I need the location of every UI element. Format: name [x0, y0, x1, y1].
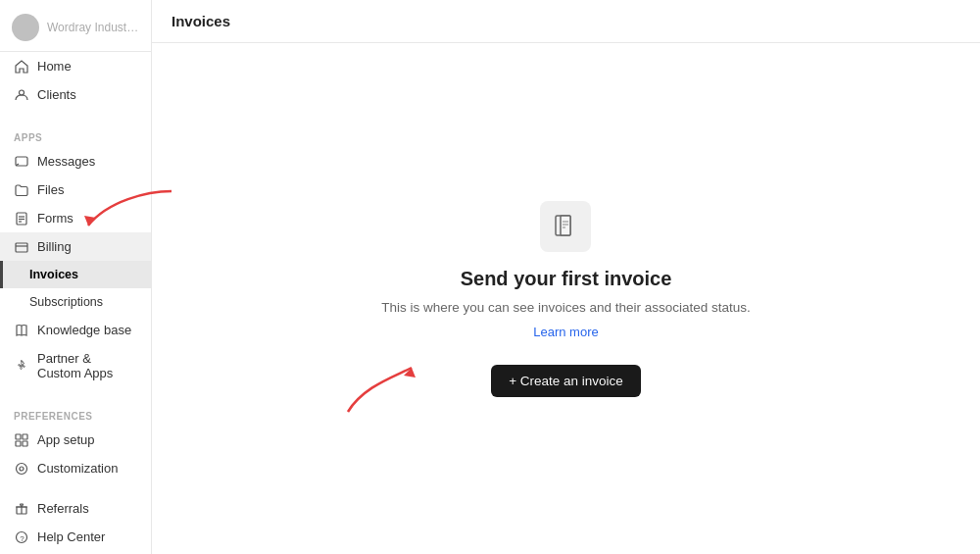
sidebar-item-files[interactable]: Files	[0, 176, 151, 204]
svg-point-14	[20, 467, 24, 471]
page-title: Invoices	[172, 13, 230, 29]
sidebar-item-knowledge-base[interactable]: Knowledge base	[0, 316, 151, 344]
empty-state-desc: This is where you can see invoices and t…	[381, 300, 751, 315]
help-icon: ?	[14, 529, 28, 544]
sidebar-item-app-setup-label: App setup	[37, 432, 95, 447]
form-icon	[14, 211, 28, 226]
billing-icon	[14, 239, 28, 254]
company-name: Wordray Industries	[47, 21, 139, 34]
invoice-icon	[540, 201, 591, 252]
home-icon	[14, 59, 28, 74]
svg-rect-21	[561, 216, 570, 235]
preferences-section-label: Preferences	[0, 399, 151, 426]
sidebar-item-referrals[interactable]: Referrals	[0, 494, 151, 523]
person-icon	[14, 87, 28, 102]
sidebar-header: Wordray Industries	[0, 0, 151, 52]
puzzle-icon	[14, 359, 28, 374]
sidebar-item-forms[interactable]: Forms	[0, 204, 151, 232]
sidebar-item-billing[interactable]: Billing	[0, 232, 151, 261]
svg-point-13	[16, 463, 26, 474]
sidebar-item-home-label: Home	[37, 59, 72, 74]
sidebar-item-partner-apps[interactable]: Partner & Custom Apps	[0, 344, 151, 387]
svg-rect-9	[16, 434, 21, 439]
sidebar-item-help-center[interactable]: ? Help Center	[0, 523, 151, 551]
sidebar-item-partner-apps-label: Partner & Custom Apps	[37, 351, 137, 380]
sidebar-item-referrals-label: Referrals	[37, 501, 89, 516]
sidebar-item-subscriptions[interactable]: Subscriptions	[0, 288, 151, 316]
sidebar-item-clients[interactable]: Clients	[0, 80, 151, 109]
grid-icon	[14, 432, 28, 447]
main-content: Invoices Send your first invoice This is…	[152, 0, 980, 554]
svg-rect-11	[16, 441, 21, 446]
sidebar-item-messages[interactable]: Messages	[0, 147, 151, 176]
svg-rect-12	[23, 441, 27, 446]
sidebar-item-help-center-label: Help Center	[37, 529, 105, 544]
customize-icon	[14, 461, 28, 476]
sidebar-item-invoices-label: Invoices	[29, 268, 78, 281]
sidebar-item-customization-label: Customization	[37, 461, 118, 476]
folder-icon	[14, 182, 28, 197]
top-bar: Invoices	[152, 0, 980, 43]
learn-more-link[interactable]: Learn more	[533, 325, 598, 339]
message-icon	[14, 154, 28, 169]
content-area: Send your first invoice This is where yo…	[152, 43, 980, 554]
svg-point-0	[19, 90, 24, 95]
apps-section-label: Apps	[0, 121, 151, 147]
sidebar-item-invoices[interactable]: Invoices	[0, 261, 151, 288]
sidebar-item-clients-label: Clients	[37, 87, 76, 102]
sidebar-item-files-label: Files	[37, 182, 64, 197]
svg-rect-6	[16, 243, 27, 252]
avatar	[12, 14, 39, 41]
sidebar: Wordray Industries Home Clients Apps Mes…	[0, 0, 152, 554]
gift-icon	[14, 501, 28, 516]
sidebar-item-app-setup[interactable]: App setup	[0, 426, 151, 454]
svg-text:?: ?	[20, 533, 24, 542]
empty-state: Send your first invoice This is where yo…	[381, 201, 751, 397]
svg-rect-10	[23, 434, 27, 439]
sidebar-item-customization[interactable]: Customization	[0, 454, 151, 482]
sidebar-item-subscriptions-label: Subscriptions	[29, 295, 103, 309]
sidebar-item-knowledge-base-label: Knowledge base	[37, 323, 131, 337]
create-invoice-button[interactable]: + Create an invoice	[491, 365, 641, 397]
sidebar-item-billing-label: Billing	[37, 239, 72, 254]
sidebar-item-forms-label: Forms	[37, 211, 74, 226]
book-icon	[14, 323, 28, 337]
sidebar-item-messages-label: Messages	[37, 154, 95, 169]
sidebar-item-home[interactable]: Home	[0, 52, 151, 80]
empty-state-title: Send your first invoice	[461, 268, 672, 290]
